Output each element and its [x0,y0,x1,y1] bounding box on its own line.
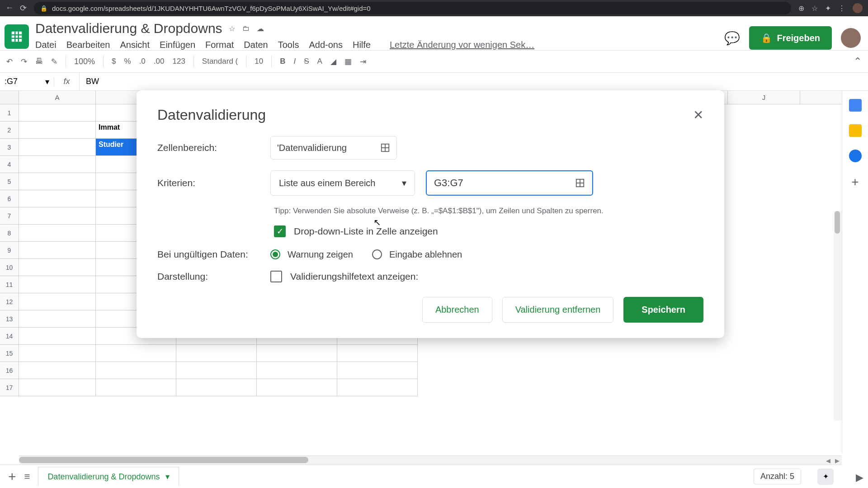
row-header[interactable]: 4 [0,156,19,173]
cell[interactable] [19,259,96,276]
cancel-button[interactable]: Abbrechen [422,297,492,323]
move-icon[interactable]: 🗀 [242,24,250,33]
menu-ansicht[interactable]: Ansicht [120,40,150,50]
hscroll-left-icon[interactable]: ◀ [824,456,833,465]
print-icon[interactable]: 🖶 [35,57,43,66]
cell[interactable] [19,207,96,225]
cell-range-input[interactable]: 'Datenvalidierung [270,136,397,160]
row-header[interactable]: 10 [0,259,19,276]
col-header-J[interactable]: J [728,91,800,104]
row-header[interactable]: 1 [0,104,19,122]
menu-einfuegen[interactable]: Einfügen [160,40,195,50]
range-picker-icon[interactable] [380,143,390,153]
borders-icon[interactable]: ▦ [344,57,352,66]
row-header[interactable]: 12 [0,293,19,310]
extension-icon[interactable]: ✦ [825,4,831,13]
cell[interactable] [337,345,418,362]
text-color-icon[interactable]: A [317,57,322,66]
cell[interactable] [19,122,96,139]
star-doc-icon[interactable]: ☆ [229,24,235,33]
hscroll-right-icon[interactable]: ▶ [833,456,842,465]
dec-decrease[interactable]: .0 [139,57,146,66]
add-addon-icon[interactable]: + [851,175,859,189]
criteria-select[interactable]: Liste aus einem Bereich ▾ [270,170,415,196]
cell[interactable] [19,293,96,310]
cell[interactable] [19,156,96,173]
fill-color-icon[interactable]: ◢ [330,57,336,66]
tasks-icon[interactable] [849,150,862,162]
document-title[interactable]: Datenvalidierung & Dropdowns [35,21,222,36]
cell[interactable] [337,379,418,396]
cell[interactable] [176,379,257,396]
zoom-icon[interactable]: ⊕ [798,4,804,13]
url-bar[interactable]: 🔒 docs.google.com/spreadsheets/d/1JKUDAN… [34,2,791,14]
reject-radio[interactable] [372,249,382,259]
cell[interactable] [96,362,176,379]
row-header[interactable]: 3 [0,139,19,156]
comments-icon[interactable]: 💬 [724,31,740,46]
font-select[interactable]: Standard ( [202,57,238,66]
row-header[interactable]: 5 [0,173,19,190]
menu-dots-icon[interactable]: ⋮ [838,4,845,13]
criteria-range-input[interactable]: G3:G7 [426,170,593,196]
horizontal-scrollbar[interactable]: ◀ ▶ [19,455,842,465]
row-header[interactable]: 14 [0,328,19,345]
menu-datei[interactable]: Datei [35,40,57,50]
cell[interactable] [19,190,96,207]
collapse-toolbar-icon[interactable]: ⌃ [854,56,862,67]
row-header[interactable]: 8 [0,225,19,242]
formula-input[interactable]: BW [80,77,105,86]
cell[interactable] [19,104,96,122]
row-header[interactable]: 7 [0,207,19,225]
select-all-corner[interactable] [0,91,19,104]
cell[interactable] [418,379,829,396]
italic-icon[interactable]: I [293,57,296,66]
menu-daten[interactable]: Daten [244,40,268,50]
cell[interactable] [19,139,96,156]
cell[interactable] [19,276,96,293]
share-button[interactable]: 🔒 Freigeben [749,26,832,50]
menu-hilfe[interactable]: Hilfe [353,40,371,50]
row-header[interactable]: 15 [0,345,19,362]
col-header-A[interactable]: A [19,91,96,104]
cell[interactable] [418,345,829,362]
sheets-logo[interactable] [5,24,29,49]
criteria-range-picker-icon[interactable] [575,178,585,188]
undo-icon[interactable]: ↶ [6,57,13,66]
dialog-close-button[interactable]: ✕ [693,108,703,122]
warn-radio[interactable] [270,249,280,259]
explore-button[interactable]: ✦ [817,469,834,485]
row-header[interactable]: 13 [0,310,19,328]
cell[interactable] [176,362,257,379]
helptext-checkbox[interactable] [270,271,282,282]
row-header[interactable]: 2 [0,122,19,139]
calendar-icon[interactable] [849,99,862,112]
cloud-icon[interactable]: ☁ [257,24,264,33]
redo-icon[interactable]: ↷ [21,57,27,66]
cell[interactable] [96,379,176,396]
merge-icon[interactable]: ⇥ [360,57,366,66]
save-button[interactable]: Speichern [623,297,703,323]
cell[interactable] [337,362,418,379]
menu-format[interactable]: Format [205,40,234,50]
row-header[interactable]: 9 [0,242,19,259]
row-header[interactable]: 11 [0,276,19,293]
browser-avatar[interactable] [853,3,863,13]
more-formats[interactable]: 123 [172,57,185,66]
side-panel-toggle-icon[interactable]: ▶ [856,472,863,483]
strike-icon[interactable]: S [304,57,309,66]
cell[interactable] [418,362,829,379]
cell[interactable] [19,310,96,328]
cell[interactable] [96,345,176,362]
nav-reload-icon[interactable]: ⟳ [20,3,27,13]
account-avatar[interactable] [841,28,861,48]
cell[interactable] [257,362,337,379]
cell[interactable] [257,345,337,362]
cell[interactable] [257,379,337,396]
cell[interactable] [19,173,96,190]
bold-icon[interactable]: B [280,57,285,66]
remove-validation-button[interactable]: Validierung entfernen [502,297,614,323]
nav-back-icon[interactable]: ← [5,3,14,13]
row-header[interactable]: 17 [0,379,19,396]
sheet-tab[interactable]: Datenvalidierung & Dropdowns ▾ [38,467,179,486]
